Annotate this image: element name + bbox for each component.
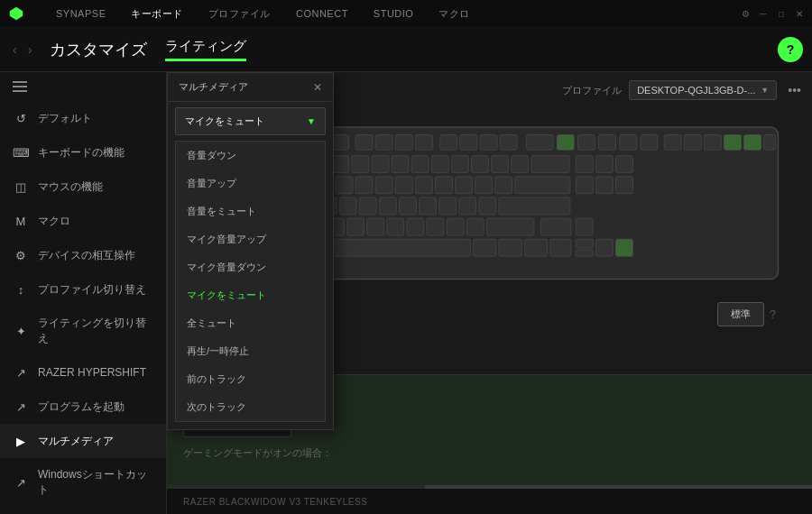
sidebar-item-default[interactable]: ↺ デフォルト <box>0 101 166 135</box>
tab-studio[interactable]: STUDIO <box>361 0 427 27</box>
dropdown-item-next-track[interactable]: 次のトラック <box>176 393 325 421</box>
svg-rect-81 <box>387 218 404 235</box>
tab-synapse[interactable]: SYNAPSE <box>43 0 118 27</box>
svg-rect-41 <box>531 156 569 173</box>
help-button[interactable]: ? <box>778 37 803 62</box>
sidebar-item-profile-switch[interactable]: ↕ プロファイル切り替え <box>0 272 166 307</box>
dropdown-item-volume-down[interactable]: 音量ダウン <box>176 142 325 170</box>
svg-rect-25 <box>744 134 761 150</box>
svg-rect-20 <box>641 134 658 150</box>
dropdown-selector[interactable]: マイクをミュート ▼ <box>175 107 326 135</box>
svg-rect-98 <box>576 250 593 256</box>
titlebar-left: SYNAPSE キーボード プロファイル CONNECT STUDIO マクロ <box>7 0 483 27</box>
sidebar-item-mouse-func[interactable]: ◫ マウスの機能 <box>0 170 166 204</box>
forward-arrow[interactable]: › <box>24 39 36 60</box>
tab-profile[interactable]: プロファイル <box>196 0 283 27</box>
tab-keyboard[interactable]: キーボード <box>118 0 196 27</box>
tab-connect[interactable]: CONNECT <box>283 0 361 27</box>
svg-rect-73 <box>479 197 496 215</box>
sidebar-label-windows-shortcut: Windowsショートカット <box>38 467 153 498</box>
svg-rect-26 <box>764 134 776 150</box>
svg-rect-31 <box>332 156 349 173</box>
dropdown-close-button[interactable]: ✕ <box>313 81 322 94</box>
dropdown-item-mic-mute[interactable]: マイクをミュート <box>176 281 325 309</box>
sidebar-label-lighting-switch: ライティングを切り替え <box>38 316 153 346</box>
tab-macro[interactable]: マクロ <box>426 0 483 27</box>
svg-rect-87 <box>540 218 571 235</box>
profile-more-button[interactable]: ••• <box>784 79 805 101</box>
svg-rect-44 <box>616 156 633 173</box>
nav-arrows: ‹ › <box>9 39 35 60</box>
sidebar-item-text-function[interactable]: ≡ テキスト機能 <box>0 507 166 514</box>
dropdown-item-mic-up[interactable]: マイク音量アップ <box>176 225 325 253</box>
svg-rect-52 <box>395 177 412 194</box>
sidebar-item-device-interact[interactable]: ⚙ デバイスの相互操作 <box>0 238 166 272</box>
svg-rect-22 <box>684 134 701 150</box>
svg-rect-55 <box>456 177 473 194</box>
sidebar-item-keyboard-func[interactable]: ⌨ キーボードの機能 <box>0 135 166 170</box>
svg-rect-34 <box>392 156 409 173</box>
settings-icon[interactable]: ⚙ <box>740 8 751 19</box>
maximize-button[interactable]: □ <box>776 8 787 19</box>
svg-rect-97 <box>576 239 593 247</box>
toolbar: ‹ › カスタマイズ ライティング ? <box>0 27 812 72</box>
svg-rect-93 <box>474 239 496 256</box>
svg-rect-67 <box>359 197 376 215</box>
sidebar-item-macro[interactable]: M マクロ <box>0 204 166 238</box>
hamburger-menu[interactable] <box>0 72 166 101</box>
dropdown-item-play-pause[interactable]: 再生/一時停止 <box>176 337 325 365</box>
svg-rect-85 <box>466 218 484 235</box>
svg-rect-40 <box>512 156 529 173</box>
sidebar-item-hypershift[interactable]: ↗ RAZER HYPERSHIFT <box>0 355 166 390</box>
svg-rect-99 <box>595 239 613 256</box>
macro-icon: M <box>13 213 29 229</box>
svg-rect-94 <box>499 239 521 256</box>
main-content: ↺ デフォルト ⌨ キーボードの機能 ◫ マウスの機能 M マクロ ⚙ デバイス… <box>0 72 812 514</box>
standard-help-icon[interactable]: ? <box>770 307 776 321</box>
active-tab-label[interactable]: ライティング <box>165 38 246 61</box>
gaming-mode-description: ゲーミングモードがオンの場合： <box>183 446 796 460</box>
keyboard-icon: ⌨ <box>13 144 29 161</box>
close-button[interactable]: ✕ <box>794 8 805 19</box>
dropdown-item-mute[interactable]: 音量をミュート <box>176 197 325 225</box>
profile-dropdown-arrow: ▼ <box>761 86 769 95</box>
svg-rect-9 <box>395 134 412 150</box>
content-area: プロファイル DESKTOP-QGJL3GB-D-... ▼ ••• <box>167 72 812 514</box>
svg-rect-15 <box>527 134 553 150</box>
razer-logo <box>7 5 25 23</box>
svg-rect-18 <box>599 134 616 150</box>
standard-button-area: 標準 ? <box>717 302 776 326</box>
dropdown-item-all-mute[interactable]: 全ミュート <box>176 309 325 337</box>
back-arrow[interactable]: ‹ <box>9 39 21 60</box>
standard-button[interactable]: 標準 <box>717 302 764 326</box>
svg-rect-100 <box>616 239 633 256</box>
profile-selector[interactable]: DESKTOP-QGJL3GB-D-... ▼ <box>629 80 777 100</box>
toolbar-right: ? <box>778 37 803 62</box>
sidebar-label-keyboard-func: キーボードの機能 <box>38 145 125 161</box>
sidebar-item-launch-program[interactable]: ↗ プログラムを起動 <box>0 390 166 424</box>
dropdown-item-prev-track[interactable]: 前のトラック <box>176 365 325 393</box>
page-title: カスタマイズ <box>50 39 147 60</box>
dropdown-list: 音量ダウン 音量アップ 音量をミュート マイク音量アップ マイク音量ダウン マイ… <box>175 141 326 422</box>
svg-rect-16 <box>557 134 574 150</box>
dropdown-item-mic-down[interactable]: マイク音量ダウン <box>176 253 325 281</box>
svg-rect-49 <box>336 177 353 194</box>
sidebar-item-multimedia[interactable]: ▶ マルチメディア <box>0 424 166 458</box>
svg-rect-61 <box>616 177 633 194</box>
dropdown-item-volume-up[interactable]: 音量アップ <box>176 170 325 197</box>
svg-rect-57 <box>495 177 512 194</box>
svg-rect-68 <box>379 197 396 215</box>
svg-rect-12 <box>460 134 477 150</box>
minimize-button[interactable]: ─ <box>758 8 769 19</box>
svg-rect-11 <box>440 134 457 150</box>
multimedia-icon: ▶ <box>13 433 29 449</box>
sidebar-label-multimedia: マルチメディア <box>38 434 114 449</box>
refresh-icon: ↺ <box>13 110 29 126</box>
svg-rect-72 <box>459 197 476 215</box>
titlebar: SYNAPSE キーボード プロファイル CONNECT STUDIO マクロ … <box>0 0 812 27</box>
svg-rect-86 <box>486 218 534 235</box>
svg-rect-21 <box>664 134 681 150</box>
svg-rect-19 <box>620 134 637 150</box>
sidebar-item-windows-shortcut[interactable]: ↗ Windowsショートカット <box>0 458 166 507</box>
sidebar-item-lighting-switch[interactable]: ✦ ライティングを切り替え <box>0 307 166 355</box>
